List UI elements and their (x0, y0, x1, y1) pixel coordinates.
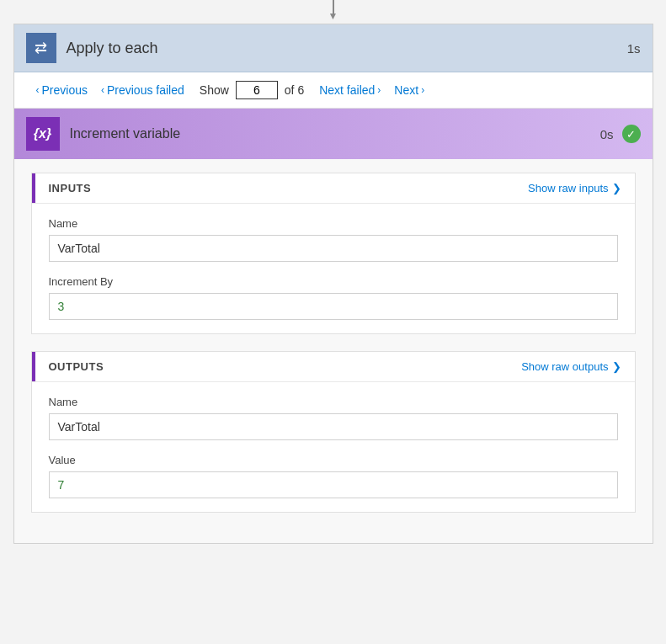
connector-arrow (333, 0, 334, 15)
show-raw-inputs-button[interactable]: Show raw inputs ❯ (528, 182, 621, 194)
output-name-label: Name (49, 396, 618, 408)
apply-icon: ⇄ (26, 33, 56, 63)
of-label: of 6 (285, 83, 304, 97)
apply-header-left: ⇄ Apply to each (26, 33, 158, 63)
input-name-value: VarTotal (49, 235, 618, 262)
next-failed-chevron-right-icon: › (377, 84, 381, 96)
previous-failed-button[interactable]: ‹ Previous failed (96, 82, 189, 98)
output-value-label: Value (49, 454, 618, 466)
increment-duration: 0s (600, 127, 614, 141)
input-name-label: Name (49, 217, 618, 230)
success-badge: ✓ (622, 125, 641, 143)
output-value-value: 7 (49, 471, 618, 498)
apply-title: Apply to each (67, 40, 158, 57)
apply-each-container: ⇄ Apply to each 1s ‹ Previous ‹ Previous… (13, 24, 653, 544)
input-increment-by-group: Increment By 3 (49, 275, 618, 320)
next-failed-button[interactable]: Next failed › (314, 82, 386, 98)
increment-header: {x} Increment variable 0s ✓ (14, 109, 653, 159)
page-input[interactable] (236, 81, 278, 99)
previous-button[interactable]: ‹ Previous (31, 82, 93, 98)
input-name-group: Name VarTotal (49, 217, 618, 262)
outputs-section: OUTPUTS Show raw outputs ❯ Name VarTotal… (31, 351, 636, 513)
previous-chevron-left-icon: ‹ (36, 84, 40, 96)
inputs-label: INPUTS (49, 182, 92, 194)
outputs-label: OUTPUTS (49, 360, 104, 373)
outputs-body: Name VarTotal Value 7 (32, 382, 635, 512)
inputs-section: INPUTS Show raw inputs ❯ Name VarTotal I… (31, 173, 636, 334)
nav-row: ‹ Previous ‹ Previous failed Show of 6 N… (14, 72, 653, 109)
input-increment-by-label: Increment By (49, 275, 618, 288)
content-area: INPUTS Show raw inputs ❯ Name VarTotal I… (14, 159, 653, 543)
next-button[interactable]: Next › (389, 82, 429, 98)
inputs-body: Name VarTotal Increment By 3 (32, 204, 635, 333)
input-increment-by-value: 3 (49, 293, 618, 320)
checkmark-icon: ✓ (626, 128, 636, 141)
next-chevron-right-icon: › (421, 84, 424, 96)
increment-icon: {x} (26, 117, 60, 151)
apply-header: ⇄ Apply to each 1s (14, 24, 653, 72)
prev-failed-chevron-left-icon: ‹ (101, 84, 104, 96)
increment-title: Increment variable (70, 126, 600, 141)
output-name-value: VarTotal (49, 413, 618, 440)
outputs-section-header: OUTPUTS Show raw outputs ❯ (32, 352, 635, 381)
inputs-section-header: INPUTS Show raw inputs ❯ (32, 173, 635, 203)
show-raw-outputs-button[interactable]: Show raw outputs ❯ (521, 360, 621, 373)
show-label: Show (200, 83, 229, 97)
show-raw-outputs-chevron-icon: ❯ (612, 360, 621, 373)
show-raw-inputs-chevron-icon: ❯ (612, 182, 621, 194)
output-value-group: Value 7 (49, 454, 618, 498)
apply-duration: 1s (627, 41, 641, 56)
output-name-group: Name VarTotal (49, 396, 618, 440)
